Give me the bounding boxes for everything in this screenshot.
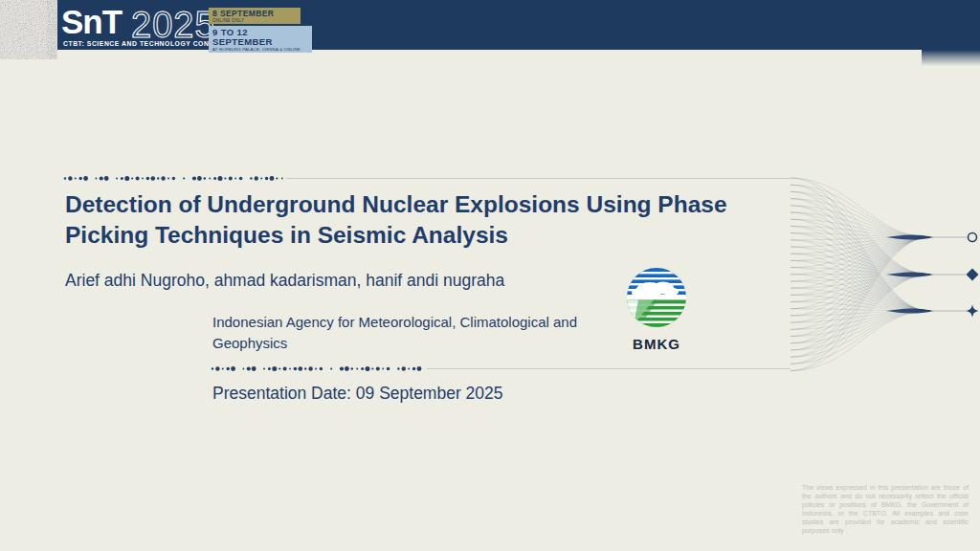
sparkle-icon [967, 305, 979, 318]
disclaimer-text: The views expressed in this presentation… [802, 483, 969, 535]
bmkg-label: BMKG [623, 336, 690, 352]
presentation-slide: SnT 2025 CTBT: SCIENCE AND TECHNOLOGY CO… [0, 0, 980, 551]
badge-title: 8 SEPTEMBER [212, 10, 297, 18]
bmkg-logo-icon [625, 267, 688, 330]
header-bar-right-fade [922, 50, 980, 66]
diamond-icon [967, 269, 979, 281]
badge-subtitle: AT HOFBURG PALACE, VIENNA & ONLINE [212, 47, 308, 52]
fan-lines [791, 178, 934, 371]
snt-year-text: 2025 [131, 5, 213, 45]
date-badges: 8 SEPTEMBER ONLINE ONLY 9 TO 12 SEPTEMBE… [209, 8, 314, 53]
bmkg-logo-block: BMKG [623, 267, 690, 352]
badge-title: 9 TO 12 SEPTEMBER [212, 28, 308, 47]
presentation-date: Presentation Date: 09 September 2025 [212, 384, 503, 404]
badge-subtitle: ONLINE ONLY [212, 18, 297, 23]
slide-title: Detection of Underground Nuclear Explosi… [65, 189, 778, 250]
affiliation: Indonesian Agency for Meteorological, Cl… [212, 312, 588, 354]
noise-texture [0, 0, 57, 59]
open-circle-icon [969, 233, 977, 242]
date-badge-8-september: 8 SEPTEMBER ONLINE ONLY [209, 8, 301, 24]
snt-logo: SnT [61, 3, 122, 41]
node-connectors [933, 237, 967, 311]
date-badge-9-12-september: 9 TO 12 SEPTEMBER AT HOFBURG PALACE, VIE… [209, 26, 312, 53]
